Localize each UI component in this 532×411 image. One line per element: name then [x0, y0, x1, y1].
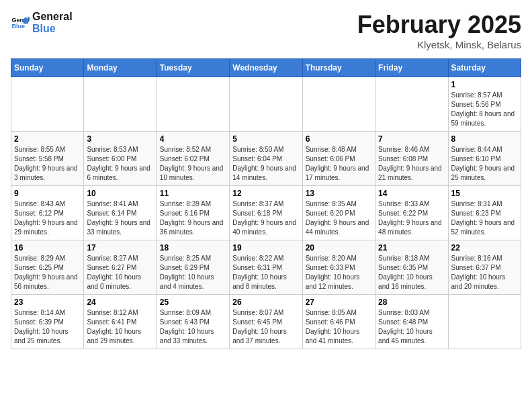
day-number: 6 — [306, 134, 372, 144]
weekday-header-friday: Friday — [375, 59, 448, 77]
calendar-week-2: 2Sunrise: 8:55 AM Sunset: 5:58 PM Daylig… — [11, 132, 521, 186]
day-number: 5 — [232, 134, 299, 144]
calendar-cell: 10Sunrise: 8:41 AM Sunset: 6:14 PM Dayli… — [84, 186, 157, 240]
calendar-cell: 11Sunrise: 8:39 AM Sunset: 6:16 PM Dayli… — [157, 186, 229, 240]
day-number: 1 — [451, 80, 518, 89]
day-number: 19 — [232, 243, 299, 253]
calendar-cell: 27Sunrise: 8:05 AM Sunset: 6:46 PM Dayli… — [302, 295, 375, 349]
calendar-cell: 23Sunrise: 8:14 AM Sunset: 6:39 PM Dayli… — [11, 295, 84, 349]
calendar-cell: 8Sunrise: 8:44 AM Sunset: 6:10 PM Daylig… — [448, 132, 521, 186]
day-info: Sunrise: 8:31 AM Sunset: 6:23 PM Dayligh… — [451, 199, 518, 237]
calendar-cell: 12Sunrise: 8:37 AM Sunset: 6:18 PM Dayli… — [230, 186, 302, 240]
calendar-cell: 19Sunrise: 8:22 AM Sunset: 6:31 PM Dayli… — [230, 240, 302, 295]
day-number: 13 — [306, 189, 372, 198]
day-number: 9 — [14, 189, 81, 198]
day-number: 10 — [87, 189, 153, 198]
day-number: 2 — [14, 134, 81, 144]
calendar-week-3: 9Sunrise: 8:43 AM Sunset: 6:12 PM Daylig… — [11, 186, 521, 240]
calendar-cell: 20Sunrise: 8:20 AM Sunset: 6:33 PM Dayli… — [302, 240, 375, 295]
calendar-cell: 25Sunrise: 8:09 AM Sunset: 6:43 PM Dayli… — [157, 295, 229, 349]
calendar-week-5: 23Sunrise: 8:14 AM Sunset: 6:39 PM Dayli… — [11, 295, 521, 349]
day-number: 22 — [451, 243, 518, 253]
page-header: General Blue General Blue February 2025 … — [11, 11, 521, 50]
day-number: 7 — [378, 134, 445, 144]
calendar-cell: 13Sunrise: 8:35 AM Sunset: 6:20 PM Dayli… — [302, 186, 375, 240]
weekday-header-sunday: Sunday — [11, 59, 84, 77]
day-info: Sunrise: 8:57 AM Sunset: 5:56 PM Dayligh… — [451, 91, 518, 128]
day-info: Sunrise: 8:12 AM Sunset: 6:41 PM Dayligh… — [87, 308, 153, 346]
day-info: Sunrise: 8:09 AM Sunset: 6:43 PM Dayligh… — [160, 308, 226, 346]
day-info: Sunrise: 8:20 AM Sunset: 6:33 PM Dayligh… — [306, 254, 372, 291]
day-info: Sunrise: 8:29 AM Sunset: 6:25 PM Dayligh… — [14, 254, 81, 291]
calendar-cell: 5Sunrise: 8:50 AM Sunset: 6:04 PM Daylig… — [230, 132, 302, 186]
calendar-cell: 15Sunrise: 8:31 AM Sunset: 6:23 PM Dayli… — [448, 186, 521, 240]
day-number: 12 — [232, 189, 299, 198]
calendar-cell: 1Sunrise: 8:57 AM Sunset: 5:56 PM Daylig… — [448, 77, 521, 132]
day-info: Sunrise: 8:53 AM Sunset: 6:00 PM Dayligh… — [87, 145, 153, 183]
calendar-cell — [302, 77, 375, 132]
day-number: 21 — [378, 243, 445, 253]
weekday-header-thursday: Thursday — [302, 59, 375, 77]
day-info: Sunrise: 8:41 AM Sunset: 6:14 PM Dayligh… — [87, 199, 153, 237]
day-info: Sunrise: 8:16 AM Sunset: 6:37 PM Dayligh… — [451, 254, 518, 291]
day-info: Sunrise: 8:50 AM Sunset: 6:04 PM Dayligh… — [232, 145, 299, 183]
calendar-body: 1Sunrise: 8:57 AM Sunset: 5:56 PM Daylig… — [11, 77, 521, 349]
day-number: 23 — [14, 298, 81, 307]
day-number: 26 — [232, 298, 299, 307]
calendar-cell: 22Sunrise: 8:16 AM Sunset: 6:37 PM Dayli… — [448, 240, 521, 295]
day-number: 8 — [451, 134, 518, 144]
calendar-cell: 26Sunrise: 8:07 AM Sunset: 6:45 PM Dayli… — [230, 295, 302, 349]
day-number: 27 — [306, 298, 372, 307]
calendar-cell: 24Sunrise: 8:12 AM Sunset: 6:41 PM Dayli… — [84, 295, 157, 349]
weekday-row: SundayMondayTuesdayWednesdayThursdayFrid… — [11, 59, 521, 77]
day-number: 11 — [160, 189, 226, 198]
day-number: 15 — [451, 189, 518, 198]
calendar-cell — [448, 295, 521, 349]
logo: General Blue General Blue — [11, 11, 73, 34]
calendar-cell: 16Sunrise: 8:29 AM Sunset: 6:25 PM Dayli… — [11, 240, 84, 295]
day-info: Sunrise: 8:35 AM Sunset: 6:20 PM Dayligh… — [306, 199, 372, 237]
day-info: Sunrise: 8:03 AM Sunset: 6:48 PM Dayligh… — [378, 308, 445, 346]
day-info: Sunrise: 8:55 AM Sunset: 5:58 PM Dayligh… — [14, 145, 81, 183]
day-number: 4 — [160, 134, 226, 144]
calendar-cell: 7Sunrise: 8:46 AM Sunset: 6:08 PM Daylig… — [375, 132, 448, 186]
calendar-cell: 9Sunrise: 8:43 AM Sunset: 6:12 PM Daylig… — [11, 186, 84, 240]
weekday-header-saturday: Saturday — [448, 59, 521, 77]
calendar-cell: 2Sunrise: 8:55 AM Sunset: 5:58 PM Daylig… — [11, 132, 84, 186]
weekday-header-wednesday: Wednesday — [230, 59, 302, 77]
calendar-cell: 3Sunrise: 8:53 AM Sunset: 6:00 PM Daylig… — [84, 132, 157, 186]
day-info: Sunrise: 8:14 AM Sunset: 6:39 PM Dayligh… — [14, 308, 81, 346]
svg-text:Blue: Blue — [11, 23, 25, 30]
logo-text-blue: Blue — [32, 23, 73, 35]
day-info: Sunrise: 8:43 AM Sunset: 6:12 PM Dayligh… — [14, 199, 81, 237]
day-info: Sunrise: 8:07 AM Sunset: 6:45 PM Dayligh… — [232, 308, 299, 346]
day-info: Sunrise: 8:44 AM Sunset: 6:10 PM Dayligh… — [451, 145, 518, 183]
day-info: Sunrise: 8:22 AM Sunset: 6:31 PM Dayligh… — [232, 254, 299, 291]
logo-icon: General Blue — [11, 13, 30, 32]
title-block: February 2025 Klyetsk, Minsk, Belarus — [357, 11, 521, 50]
day-number: 16 — [14, 243, 81, 253]
day-info: Sunrise: 8:05 AM Sunset: 6:46 PM Dayligh… — [306, 308, 372, 346]
day-number: 25 — [160, 298, 226, 307]
calendar-cell — [230, 77, 302, 132]
day-info: Sunrise: 8:48 AM Sunset: 6:06 PM Dayligh… — [306, 145, 372, 183]
calendar-table: SundayMondayTuesdayWednesdayThursdayFrid… — [11, 58, 521, 349]
day-number: 28 — [378, 298, 445, 307]
day-number: 24 — [87, 298, 153, 307]
calendar-cell — [84, 77, 157, 132]
day-info: Sunrise: 8:37 AM Sunset: 6:18 PM Dayligh… — [232, 199, 299, 237]
calendar-cell: 6Sunrise: 8:48 AM Sunset: 6:06 PM Daylig… — [302, 132, 375, 186]
day-info: Sunrise: 8:27 AM Sunset: 6:27 PM Dayligh… — [87, 254, 153, 291]
weekday-header-monday: Monday — [84, 59, 157, 77]
calendar-cell: 4Sunrise: 8:52 AM Sunset: 6:02 PM Daylig… — [157, 132, 229, 186]
day-info: Sunrise: 8:18 AM Sunset: 6:35 PM Dayligh… — [378, 254, 445, 291]
calendar-cell — [157, 77, 229, 132]
calendar-week-1: 1Sunrise: 8:57 AM Sunset: 5:56 PM Daylig… — [11, 77, 521, 132]
calendar-cell: 14Sunrise: 8:33 AM Sunset: 6:22 PM Dayli… — [375, 186, 448, 240]
day-number: 14 — [378, 189, 445, 198]
calendar-subtitle: Klyetsk, Minsk, Belarus — [357, 39, 521, 50]
day-number: 17 — [87, 243, 153, 253]
calendar-cell: 21Sunrise: 8:18 AM Sunset: 6:35 PM Dayli… — [375, 240, 448, 295]
weekday-header-tuesday: Tuesday — [157, 59, 229, 77]
calendar-cell — [375, 77, 448, 132]
